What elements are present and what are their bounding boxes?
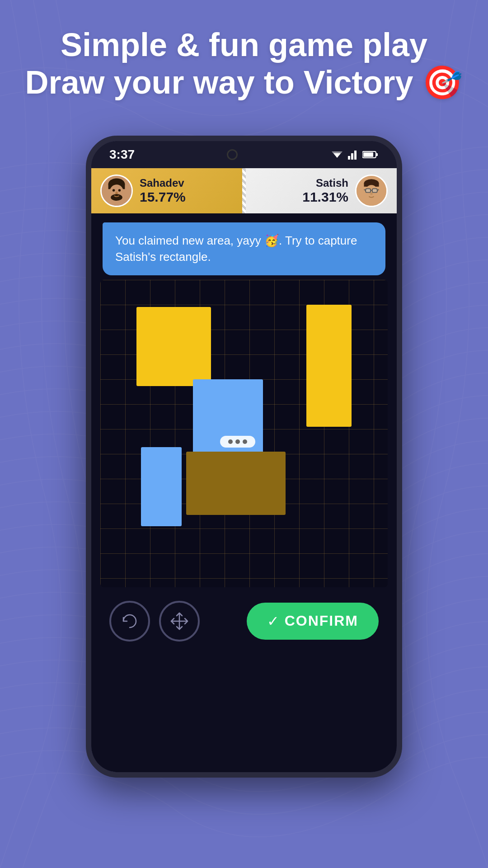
svg-rect-6 [376,153,378,156]
confirm-button[interactable]: ✓ CONFIRM [247,603,379,640]
message-text: You claimed new area, yayy 🥳. Try to cap… [115,232,373,265]
svg-rect-20 [366,189,371,192]
score-bar: Sahadev 15.77% [91,168,397,213]
svg-point-15 [111,194,122,201]
dot2 [235,439,240,444]
phone-screen: 3:37 [91,141,397,772]
dot3 [243,439,247,444]
game-area[interactable] [100,280,388,587]
svg-rect-4 [354,151,357,160]
blue-rectangle-small[interactable] [141,447,182,526]
player2-info: Satish 11.31% [255,177,348,205]
svg-rect-3 [351,153,353,160]
dot1 [228,439,233,444]
confirm-label: CONFIRM [285,613,358,629]
svg-point-12 [113,189,115,192]
status-bar: 3:37 [91,141,397,168]
status-time: 3:37 [109,147,135,162]
svg-rect-7 [363,152,373,157]
svg-point-13 [118,189,121,192]
player2-score-value: 11.31% [255,189,348,205]
left-controls [109,601,200,642]
score-divider [242,168,246,213]
confirm-checkmark: ✓ [267,613,279,630]
reset-icon [120,611,140,631]
reset-button[interactable] [109,601,150,642]
drag-indicator[interactable] [220,436,255,448]
player1-avatar [100,175,133,207]
tagline-line2: Draw your way to Victory 🎯 [0,63,488,102]
yellow-rectangle-big[interactable] [136,307,211,386]
move-button[interactable] [159,601,200,642]
status-icons [330,150,379,160]
phone-frame: 3:37 [86,136,402,778]
tagline-line1: Simple & fun game play [0,27,488,63]
player1-score-value: 15.77% [140,189,233,205]
svg-marker-1 [332,151,343,158]
player2-name: Satish [255,177,348,189]
message-bubble: You claimed new area, yayy 🥳. Try to cap… [103,222,385,275]
battery-icon [362,151,379,159]
signal-icon [348,150,359,160]
wifi-icon [330,150,344,160]
brown-rectangle[interactable] [186,452,286,515]
svg-rect-21 [372,189,377,192]
bottom-controls: ✓ CONFIRM [91,592,397,651]
player2-score: Satish 11.31% [246,168,397,213]
yellow-rectangle-tall[interactable] [306,305,352,427]
player1-info: Sahadev 15.77% [140,177,233,205]
player1-name: Sahadev [140,177,233,189]
header-section: Simple & fun game play Draw your way to … [0,27,488,102]
svg-point-25 [370,193,373,195]
player2-avatar [355,175,388,207]
move-icon [169,611,189,631]
player1-score: Sahadev 15.77% [91,168,242,213]
camera-cutout [227,149,238,160]
svg-rect-2 [348,156,350,160]
